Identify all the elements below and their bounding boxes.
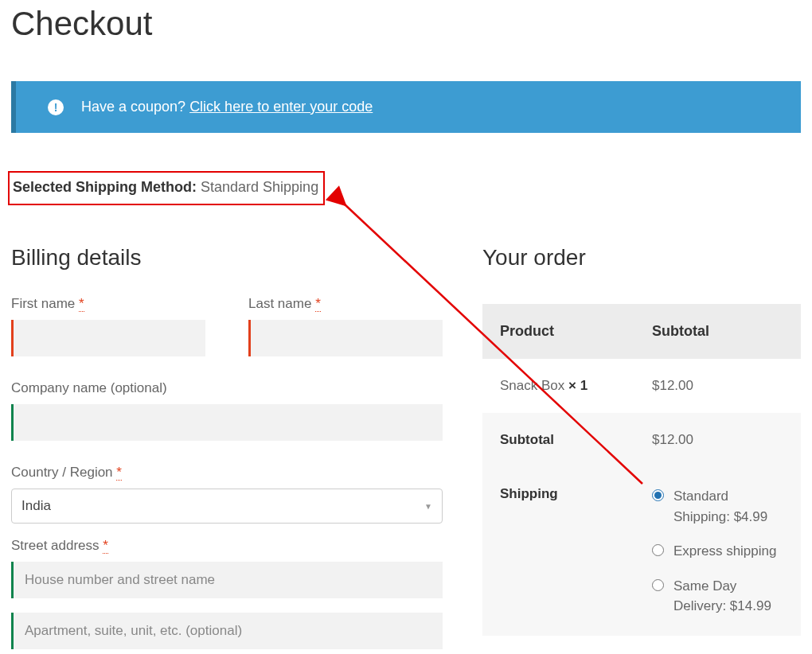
coupon-question: Have a coupon? (81, 99, 185, 115)
ship-opt-standard[interactable]: Standard Shipping: $4.99 (652, 486, 783, 527)
order-item-row: Snack Box × 1 $12.00 (482, 359, 801, 413)
order-item-price: $12.00 (652, 378, 783, 394)
company-optional: (optional) (111, 380, 167, 395)
coupon-link[interactable]: Click here to enter your code (189, 99, 373, 115)
street-input-2[interactable] (11, 613, 443, 649)
country-label-text: Country / Region (11, 465, 113, 480)
order-item-name: Snack Box (500, 378, 568, 393)
street-label-text: Street address (11, 538, 100, 553)
country-label: Country / Region * (11, 465, 443, 481)
billing-heading: Billing details (11, 245, 443, 271)
order-table-header: Product Subtotal (482, 304, 801, 359)
last-name-input[interactable] (248, 320, 443, 356)
ship-opt-express[interactable]: Express shipping (652, 541, 783, 562)
first-name-field: First name * (11, 296, 205, 356)
company-input[interactable] (11, 404, 443, 441)
order-shipping-label: Shipping (500, 486, 652, 502)
street-field: Street address * (11, 538, 443, 598)
first-name-label-text: First name (11, 296, 75, 311)
required-mark: * (315, 296, 321, 312)
order-shipping-row: Shipping Standard Shipping: $4.99 (482, 467, 801, 636)
last-name-field: Last name * (248, 296, 443, 356)
company-label: Company name (optional) (11, 380, 443, 396)
first-name-label: First name * (11, 296, 205, 312)
selected-shipping-box: Selected Shipping Method: Standard Shipp… (8, 171, 325, 205)
ship-opt-label: Express shipping (673, 543, 776, 559)
info-icon: ! (48, 99, 64, 115)
country-select-value: India (21, 498, 51, 514)
order-heading: Your order (482, 245, 801, 271)
street-label: Street address * (11, 538, 443, 554)
page-title: Checkout (11, 5, 801, 43)
required-mark: * (103, 538, 108, 554)
coupon-banner: ! Have a coupon? Click here to enter you… (11, 81, 801, 133)
order-subtotal-value: $12.00 (652, 432, 783, 448)
company-field: Company name (optional) (11, 380, 443, 441)
ship-radio-express[interactable] (652, 544, 664, 556)
selected-shipping-value: Standard Shipping (201, 179, 318, 195)
ship-radio-standard[interactable] (652, 489, 664, 501)
required-mark: * (79, 296, 84, 312)
ship-opt-sameday[interactable]: Same Day Delivery: $14.99 (652, 576, 783, 617)
required-mark: * (116, 465, 122, 481)
ship-opt-label: Same Day Delivery: (673, 578, 736, 614)
order-subtotal-row: Subtotal $12.00 (482, 413, 801, 467)
ship-opt-price: $4.99 (734, 509, 768, 524)
order-subtotal-label: Subtotal (500, 432, 652, 448)
country-select[interactable]: India ▼ (11, 489, 443, 524)
ship-opt-label: Standard Shipping: (673, 489, 730, 524)
order-table: Product Subtotal Snack Box × 1 $12.00 Su… (482, 304, 801, 636)
order-th-subtotal: Subtotal (652, 323, 783, 340)
selected-shipping-label: Selected Shipping Method: (13, 179, 197, 195)
order-item-qty: × 1 (568, 378, 588, 393)
street-field-2 (11, 613, 443, 649)
chevron-down-icon: ▼ (424, 502, 432, 511)
first-name-input[interactable] (11, 320, 205, 356)
country-field: Country / Region * India ▼ (11, 465, 443, 524)
street-input-1[interactable] (11, 562, 443, 598)
order-th-product: Product (500, 323, 652, 340)
ship-opt-price: $14.99 (730, 598, 771, 613)
last-name-label-text: Last name (248, 296, 311, 311)
ship-radio-sameday[interactable] (652, 579, 664, 591)
company-label-text: Company name (11, 380, 107, 395)
last-name-label: Last name * (248, 296, 443, 312)
